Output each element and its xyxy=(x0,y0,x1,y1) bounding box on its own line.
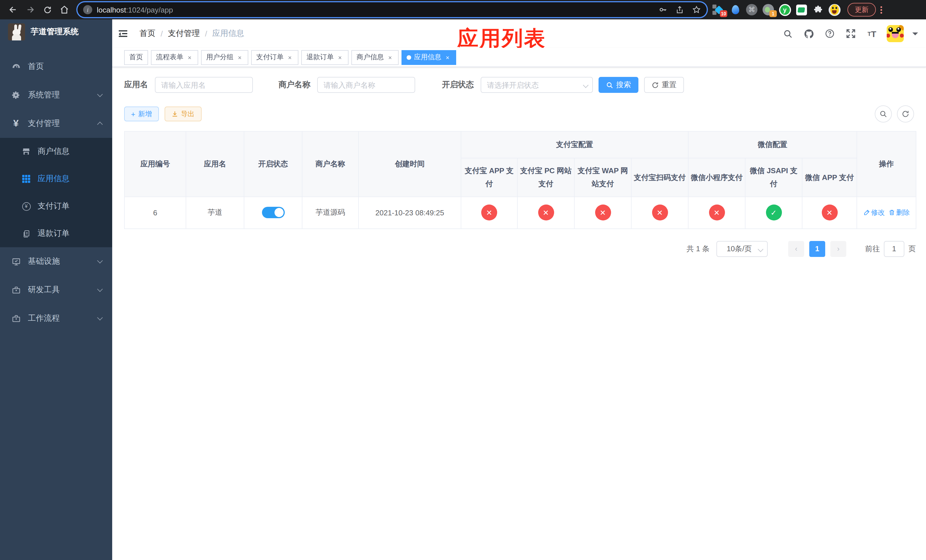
close-icon[interactable] xyxy=(337,54,343,61)
sidebar-item-merchant-info[interactable]: 商户信息 xyxy=(0,138,112,165)
storefront-icon xyxy=(22,147,31,156)
ext-badge: 1 xyxy=(769,10,777,17)
tab-process-form[interactable]: 流程表单 xyxy=(151,50,198,65)
app-logo[interactable]: 芋道管理系统 xyxy=(0,20,112,44)
total-count: 共 1 条 xyxy=(687,244,710,254)
url-bar[interactable]: i localhost:1024/pay/app xyxy=(77,2,707,17)
command-ext-icon[interactable]: ⌘ xyxy=(746,3,758,16)
breadcrumb-home[interactable]: 首页 xyxy=(139,29,156,39)
sidebar-item-devtools[interactable]: 研发工具 xyxy=(0,276,112,304)
sidebar-item-infra[interactable]: 基础设施 xyxy=(0,247,112,276)
briefcase-icon xyxy=(11,313,21,324)
chat-ext-icon[interactable] xyxy=(795,3,808,16)
sidebar-item-home[interactable]: 首页 xyxy=(0,52,112,81)
filter-form: 应用名 商户名称 开启状态 搜索 xyxy=(124,77,914,93)
refresh-button[interactable] xyxy=(897,105,914,123)
sidebar-item-pay[interactable]: ¥ 支付管理 xyxy=(0,109,112,138)
password-key-icon[interactable] xyxy=(658,5,667,14)
cell-merchant: 芋道源码 xyxy=(302,197,359,229)
back-icon[interactable] xyxy=(6,3,20,17)
cell-ops: 修改 删除 xyxy=(857,197,916,229)
font-size-icon[interactable]: TT xyxy=(865,27,878,40)
status-toggle[interactable] xyxy=(262,207,284,218)
avatar[interactable] xyxy=(887,25,904,42)
forward-icon[interactable] xyxy=(23,3,37,17)
search-button[interactable]: 搜索 xyxy=(599,77,639,93)
extensions-strip: 10 ⌘ 1 y xyxy=(713,3,841,16)
col-status: 开启状态 xyxy=(244,131,302,197)
tab-home[interactable]: 首页 xyxy=(124,50,148,65)
chevron-down-icon xyxy=(97,91,103,97)
sidebar-item-label: 商户信息 xyxy=(38,147,70,157)
col-merchant: 商户名称 xyxy=(302,131,359,197)
add-button[interactable]: + 新增 xyxy=(124,106,159,121)
help-icon[interactable] xyxy=(823,27,836,40)
sidebar-item-refund-order[interactable]: 退款订单 xyxy=(0,220,112,247)
tab-refund-order[interactable]: 退款订单 xyxy=(301,50,348,65)
browser-update-button[interactable]: 更新 xyxy=(847,3,876,17)
col-wx-jsapi: 微信 JSAPI 支付 xyxy=(745,158,802,197)
extensions-puzzle-icon[interactable] xyxy=(811,3,824,16)
status-label: 开启状态 xyxy=(442,80,474,90)
content: 应用名 商户名称 开启状态 搜索 xyxy=(112,67,926,560)
col-alipay-qr: 支付宝扫码支付 xyxy=(631,158,688,197)
edit-icon xyxy=(863,209,870,216)
sidebar-toggle-icon[interactable] xyxy=(117,27,129,40)
emoji-ext-icon[interactable] xyxy=(828,3,841,16)
page-size-select[interactable] xyxy=(716,241,768,257)
fullscreen-icon[interactable] xyxy=(844,27,857,40)
chevron-down-icon xyxy=(97,258,103,263)
edit-link[interactable]: 修改 xyxy=(863,207,885,217)
delete-link[interactable]: 删除 xyxy=(888,207,910,217)
alipay-qr-status-icon xyxy=(652,205,668,221)
close-icon[interactable] xyxy=(236,54,243,61)
goto-page-input[interactable] xyxy=(884,241,904,257)
gem-ext-icon[interactable] xyxy=(729,3,741,16)
page-1-button[interactable]: 1 xyxy=(809,241,825,257)
prev-page-button[interactable]: ‹ xyxy=(788,241,804,257)
page-info-icon[interactable]: i xyxy=(83,5,92,14)
app-name-input[interactable] xyxy=(155,77,253,93)
toggle-search-button[interactable] xyxy=(875,105,892,123)
share-icon[interactable] xyxy=(675,5,684,14)
goto-label: 前往 xyxy=(865,244,880,254)
tabs-bar: 首页 流程表单 用户分组 支付订单 退款订单 商户信息 应用信息 xyxy=(112,48,926,67)
avatar-caret-icon[interactable] xyxy=(912,32,918,38)
tab-app-info[interactable]: 应用信息 xyxy=(401,50,456,65)
status-select[interactable] xyxy=(481,77,593,93)
col-wx-app: 微信 APP 支付 xyxy=(802,158,857,197)
export-button[interactable]: 导出 xyxy=(164,106,201,121)
alipay-wap-status-icon xyxy=(595,205,611,221)
sidebar-item-pay-order[interactable]: ¥ 支付订单 xyxy=(0,192,112,220)
merchant-name-input[interactable] xyxy=(317,77,415,93)
monitor-icon xyxy=(11,256,21,266)
reset-button[interactable]: 重置 xyxy=(644,77,684,93)
browser-menu-icon[interactable] xyxy=(881,6,882,14)
close-icon[interactable] xyxy=(286,54,293,61)
close-icon[interactable] xyxy=(444,54,451,61)
yudao-ext-icon[interactable]: y xyxy=(779,3,791,16)
browser-toolbar: i localhost:1024/pay/app 10 ⌘ 1 y xyxy=(0,0,926,20)
github-icon[interactable] xyxy=(802,27,815,40)
tab-user-group[interactable]: 用户分组 xyxy=(201,50,248,65)
sidebar-item-app-info[interactable]: 应用信息 xyxy=(0,165,112,192)
recorder-ext-icon[interactable]: 1 xyxy=(762,3,775,16)
breadcrumb-pay[interactable]: 支付管理 xyxy=(168,29,200,39)
sidebar-item-label: 工作流程 xyxy=(28,313,60,324)
bookmark-star-icon[interactable] xyxy=(692,5,701,14)
status-select-input[interactable] xyxy=(481,77,593,93)
tab-merchant-info[interactable]: 商户信息 xyxy=(351,50,399,65)
reload-icon[interactable] xyxy=(41,3,54,17)
page-size-value[interactable] xyxy=(716,241,768,257)
sidebar-item-system[interactable]: 系统管理 xyxy=(0,81,112,109)
close-icon[interactable] xyxy=(387,54,393,61)
home-icon[interactable] xyxy=(57,3,71,17)
url-text: localhost:1024/pay/app xyxy=(97,5,651,14)
sidebar-item-label: 研发工具 xyxy=(28,285,60,295)
close-icon[interactable] xyxy=(186,54,193,61)
pinned-ext-icon[interactable]: 10 xyxy=(713,3,725,16)
tab-pay-order[interactable]: 支付订单 xyxy=(251,50,298,65)
sidebar-item-workflow[interactable]: 工作流程 xyxy=(0,304,112,333)
next-page-button[interactable]: › xyxy=(830,241,846,257)
search-icon[interactable] xyxy=(781,27,794,40)
